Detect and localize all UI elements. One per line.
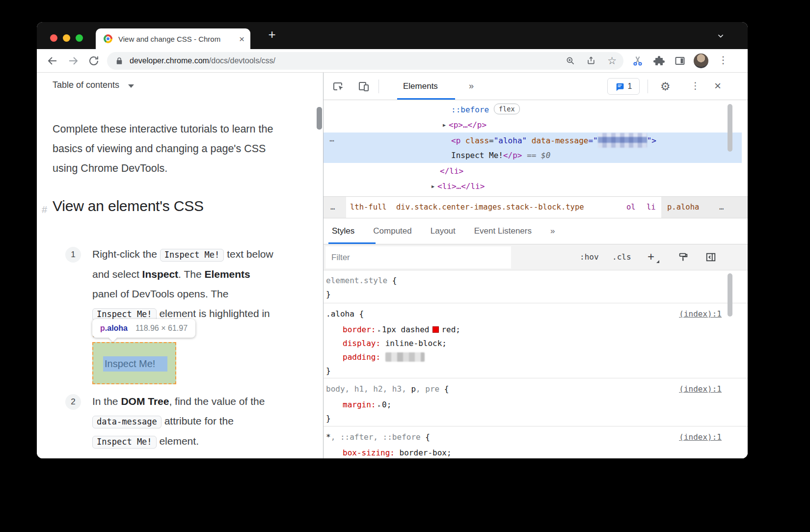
forward-button[interactable] (67, 55, 79, 67)
active-tab-underline (397, 98, 455, 100)
new-style-rule-button[interactable]: + (648, 244, 654, 269)
browser-menu-icon[interactable]: ⋮ (718, 54, 728, 66)
heading-anchor-hash[interactable]: # (42, 204, 47, 215)
table-of-contents-dropdown[interactable]: Table of contents (53, 80, 134, 90)
rule-aloha[interactable]: .aloha { (326, 307, 364, 321)
step-text-segment: panel of DevTools opens. The (92, 288, 228, 299)
css-property-row[interactable]: padding: (343, 350, 425, 364)
breadcrumb-ellipsis[interactable]: … (330, 197, 335, 218)
css-property-value: 1px dashed (382, 325, 429, 334)
step-text-segment: element. (157, 435, 199, 447)
settings-gear-icon[interactable]: ⚙ (660, 73, 671, 100)
reload-button[interactable] (88, 55, 100, 67)
tab-elements[interactable]: Elements (403, 73, 438, 100)
dom-selected-node[interactable]: ⋯ <p class="aloha" data-message=""> Insp… (324, 133, 742, 163)
dom-node-li-collapsed[interactable]: ▶<li>…</li> (432, 179, 485, 194)
breadcrumb-ellipsis[interactable]: … (719, 197, 724, 218)
maximize-window-button[interactable] (76, 34, 83, 42)
divider (648, 80, 648, 93)
inline-code-chip: Inspect Me! (92, 436, 157, 449)
lock-icon[interactable] (115, 56, 124, 65)
styles-filter-input[interactable] (325, 246, 511, 268)
breadcrumb-item[interactable]: ol (626, 197, 636, 218)
share-icon[interactable] (586, 55, 596, 65)
zoom-icon[interactable] (566, 56, 575, 66)
more-panels-icon[interactable]: » (469, 73, 474, 99)
tab-styles[interactable]: Styles (332, 226, 354, 236)
close-window-button[interactable] (50, 34, 57, 42)
toggle-classes-button[interactable]: .cls (612, 244, 631, 270)
minimize-window-button[interactable] (63, 34, 70, 42)
css-property-row[interactable]: display: inline-block; (343, 337, 447, 350)
more-tabs-icon[interactable]: » (550, 226, 555, 236)
intro-paragraph: Complete these interactive tutorials to … (53, 119, 288, 178)
dom-selected-open-line: <p class="aloha" data-message=""> (451, 133, 656, 148)
breadcrumb-item[interactable]: div.stack.center-images.stack--block.typ… (396, 197, 584, 218)
dom-attr-name: data-message (532, 136, 589, 145)
css-property-row[interactable]: border:▸1px dashedred; (343, 323, 460, 338)
redacted-property-value (385, 352, 425, 362)
stylesheet-link[interactable]: (index):1 (679, 307, 722, 321)
padding-highlight-overlay: Inspect Me! (92, 342, 176, 384)
rule-element-style[interactable]: element.style { (326, 274, 397, 288)
issues-counter-button[interactable]: 1 (607, 78, 640, 95)
space (460, 136, 465, 145)
tab-computed[interactable]: Computed (373, 226, 411, 236)
devtools-menu-icon[interactable]: ⋮ (691, 73, 700, 99)
chrome-favicon-icon (104, 34, 112, 43)
side-panel-icon[interactable] (674, 55, 686, 67)
dom-node-before-pseudo[interactable]: ::beforeflex (451, 102, 520, 117)
step-2-text: In the DOM Tree, find the value of the d… (92, 392, 289, 452)
devtools-close-icon[interactable]: × (714, 73, 721, 99)
tab-close-icon[interactable]: × (239, 34, 244, 44)
css-property-row[interactable]: margin:▸0; (343, 398, 391, 413)
dom-node-li-close[interactable]: </li> (440, 163, 463, 179)
stylesheet-link[interactable]: (index):1 (679, 430, 722, 444)
extensions-puzzle-icon[interactable] (653, 55, 665, 67)
breadcrumb-item[interactable]: lth-full (350, 197, 387, 218)
page-scrollbar-thumb[interactable] (317, 107, 322, 130)
device-toolbar-button[interactable] (358, 80, 370, 92)
dom-scrollbar-thumb[interactable] (728, 104, 732, 152)
address-bar[interactable]: developer.chrome.com/docs/devtools/css/ … (107, 52, 623, 70)
expand-arrow-icon[interactable]: ▶ (432, 184, 434, 189)
tab-event-listeners[interactable]: Event Listeners (474, 226, 532, 236)
browser-tab[interactable]: View and change CSS - Chrom × (96, 28, 250, 49)
rule-body[interactable]: body, h1, h2, h3, p, pre { (326, 382, 449, 396)
toggle-hover-state-button[interactable]: :hov (580, 244, 599, 270)
styles-scrollbar-thumb[interactable] (728, 273, 732, 317)
new-tab-button[interactable]: + (264, 27, 280, 43)
issues-count: 1 (628, 82, 632, 91)
stylesheet-link[interactable]: (index):1 (679, 382, 722, 396)
rule-selector: .aloha (326, 309, 354, 319)
dom-tree: ::beforeflex ▶<p>…</p> ⋯ <p class="aloha… (324, 100, 748, 196)
expand-shorthand-icon[interactable]: ▸ (378, 327, 381, 334)
show-sidebar-icon[interactable] (705, 252, 716, 263)
css-property-row[interactable]: box-sizing: border-box; (343, 446, 452, 458)
tab-layout[interactable]: Layout (431, 226, 456, 236)
dom-tag-text: <p>…</p> (449, 120, 486, 130)
tab-title: View and change CSS - Chrom (118, 35, 235, 43)
rendering-brush-icon[interactable] (678, 252, 689, 263)
inspect-element-button[interactable] (332, 80, 344, 92)
tab-search-chevron-icon[interactable] (717, 32, 725, 40)
node-more-actions-icon[interactable]: ⋯ (329, 134, 335, 148)
dom-node-p-collapsed[interactable]: ▶<p>…</p> (443, 117, 486, 133)
bookmark-star-icon[interactable]: ☆ (607, 52, 617, 70)
profile-avatar[interactable] (694, 53, 708, 68)
breadcrumb-item-selected[interactable]: p.aloha (667, 197, 699, 218)
expand-shorthand-icon[interactable]: ▸ (378, 402, 381, 409)
divider (324, 426, 748, 426)
scissors-extension-icon[interactable] (632, 55, 644, 67)
element-inspect-tooltip: p.aloha 118.96 × 61.97 (92, 319, 195, 338)
expand-arrow-icon[interactable]: ▶ (443, 122, 446, 128)
inspect-me-text[interactable]: Inspect Me! (103, 356, 167, 372)
back-button[interactable] (47, 55, 58, 67)
dom-attr-name: class (465, 136, 489, 145)
flex-badge[interactable]: flex (494, 104, 520, 114)
rule-universal[interactable]: *, ::after, ::before { (326, 430, 430, 444)
breadcrumb-item[interactable]: li (647, 197, 656, 218)
step-2-number: 2 (65, 394, 81, 410)
pseudo-element-label[interactable]: ::before (451, 105, 489, 114)
color-swatch[interactable] (432, 326, 439, 333)
